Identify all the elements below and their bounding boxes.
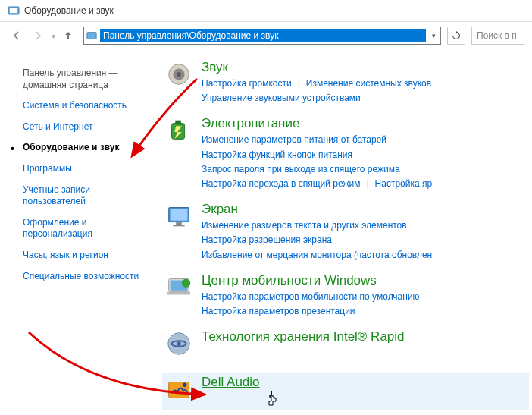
link-presentation[interactable]: Настройка параметров презентации (202, 304, 355, 319)
titlebar: Оборудование и звук (0, 0, 532, 22)
category-display: Экран Изменение размеров текста и других… (162, 202, 529, 263)
window-title: Оборудование и звук (24, 5, 114, 16)
category-sound: Звук Настройка громкости Изменение систе… (162, 60, 529, 105)
main-content: Звук Настройка громкости Изменение систе… (159, 60, 532, 415)
category-intel-rapid: Технология хранения Intel® Rapid (162, 329, 529, 363)
link-power-buttons[interactable]: Настройка функций кнопок питания (202, 148, 352, 162)
dell-audio-icon (162, 375, 196, 408)
category-title-dell-audio[interactable]: Dell Audio (202, 375, 529, 390)
sidebar-item-programs[interactable]: Программы (20, 159, 152, 180)
svg-rect-11 (173, 225, 184, 227)
toolbar: ▾ Панель управления\Оборудование и звук … (0, 22, 532, 52)
link-system-sounds[interactable]: Изменение системных звуков (306, 77, 431, 91)
forward-button[interactable] (29, 27, 47, 45)
link-flicker[interactable]: Избавление от мерцания монитора (частота… (202, 248, 432, 263)
sidebar-item-clock[interactable]: Часы, язык и регион (20, 245, 152, 266)
category-title-mobility[interactable]: Центр мобильности Windows (202, 273, 529, 288)
search-input[interactable]: Поиск в п (471, 27, 524, 45)
link-audio-devices[interactable]: Управление звуковыми устройствами (202, 91, 361, 105)
svg-rect-1 (10, 8, 17, 13)
address-dropdown[interactable]: ▾ (427, 32, 440, 39)
sidebar-item-network[interactable]: Сеть и Интернет (20, 117, 152, 138)
sidebar-item-appearance[interactable]: Оформление и персонализация (20, 212, 152, 245)
category-title-intel[interactable]: Технология хранения Intel® Rapid (202, 329, 529, 344)
link-volume[interactable]: Настройка громкости (202, 77, 306, 91)
sidebar-home[interactable]: Панель управления — домашняя страница (20, 63, 152, 96)
link-text-size[interactable]: Изменение размеров текста и других элеме… (202, 219, 407, 233)
category-dell-audio[interactable]: Dell Audio (162, 373, 529, 410)
sidebar-item-accounts[interactable]: Учетные записи пользователей (20, 180, 152, 212)
svg-rect-2 (87, 33, 96, 39)
refresh-button[interactable] (447, 27, 465, 45)
search-placeholder: Поиск в п (477, 30, 517, 41)
history-dropdown[interactable]: ▾ (50, 30, 56, 42)
up-button[interactable] (59, 27, 77, 45)
address-icon (84, 30, 99, 41)
sidebar-item-system[interactable]: Система и безопасность (20, 96, 152, 117)
link-battery-power[interactable]: Изменение параметров питания от батарей (202, 133, 386, 147)
svg-point-15 (182, 278, 190, 287)
address-bar[interactable]: Панель управления\Оборудование и звук ▾ (83, 27, 441, 45)
link-sleep[interactable]: Настройка перехода в спящий режим (202, 177, 375, 191)
monitor-icon (162, 202, 196, 235)
category-power: Электропитание Изменение параметров пита… (162, 116, 529, 191)
svg-point-18 (177, 341, 181, 346)
category-title-sound[interactable]: Звук (202, 60, 529, 75)
sidebar-item-hardware-sound[interactable]: Оборудование и звук (20, 137, 152, 159)
svg-rect-7 (175, 121, 181, 124)
category-mobility: Центр мобильности Windows Настройка пара… (162, 273, 529, 319)
intel-rapid-icon (162, 329, 196, 363)
category-title-display[interactable]: Экран (202, 202, 529, 217)
sidebar-item-accessibility[interactable]: Специальные возможности (20, 266, 152, 288)
link-resolution[interactable]: Настройка разрешения экрана (202, 233, 332, 247)
svg-rect-9 (171, 209, 188, 221)
speaker-icon (162, 60, 196, 93)
svg-point-20 (183, 383, 187, 388)
svg-rect-6 (172, 124, 185, 140)
battery-icon (162, 116, 196, 149)
category-title-power[interactable]: Электропитание (202, 116, 529, 131)
sidebar: Панель управления — домашняя страница Си… (0, 60, 159, 415)
svg-point-5 (177, 72, 181, 77)
address-text[interactable]: Панель управления\Оборудование и звук (100, 29, 426, 42)
body: Панель управления — домашняя страница Си… (0, 52, 532, 415)
link-mobility-default[interactable]: Настройка параметров мобильности по умол… (202, 290, 420, 304)
link-password-wake[interactable]: Запрос пароля при выходе из спящего режи… (202, 162, 400, 177)
control-panel-icon (8, 5, 20, 17)
svg-rect-14 (167, 291, 190, 294)
svg-rect-10 (176, 222, 182, 225)
back-button[interactable] (8, 27, 26, 45)
link-brightness[interactable]: Настройка яр (375, 177, 433, 191)
mobility-icon (162, 273, 196, 307)
